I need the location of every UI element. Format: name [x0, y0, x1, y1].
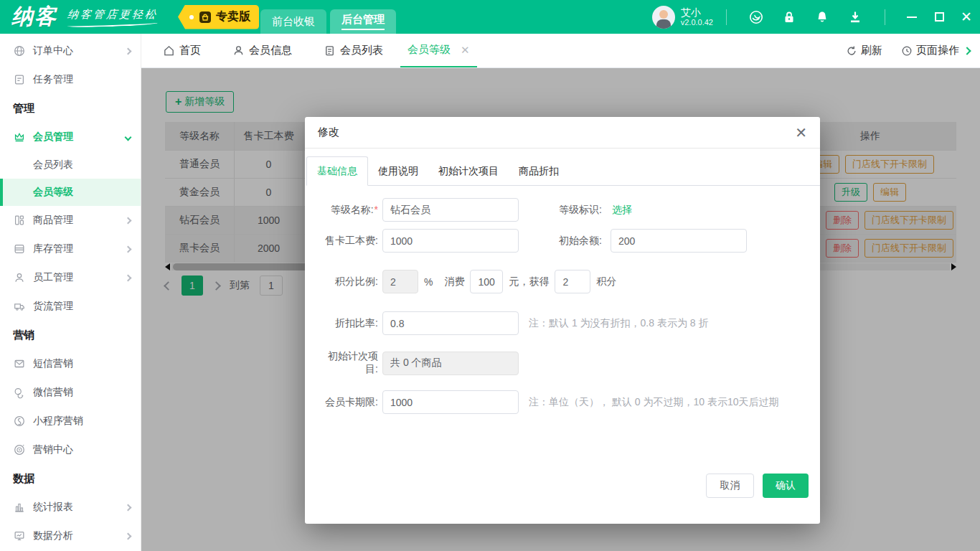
close-dialog-icon[interactable]: ✕ [795, 126, 807, 140]
confirm-button[interactable]: 确认 [763, 474, 809, 498]
chevron-right-icon [125, 47, 132, 55]
app-logo: 纳客 [11, 2, 57, 32]
maximize-button[interactable] [925, 0, 953, 34]
init-balance-label: 初始余额: [550, 235, 602, 248]
avatar [652, 6, 675, 29]
sidebar-item-member-level[interactable]: 会员等级 [0, 179, 141, 206]
download-icon[interactable] [847, 9, 864, 26]
sidebar-item-marketing-center[interactable]: 营销中心 [0, 435, 141, 464]
points-ratio-input [382, 270, 418, 293]
tab-usage-notes[interactable]: 使用说明 [368, 156, 428, 186]
card-fee-input[interactable] [382, 229, 519, 253]
consume-amount-input[interactable] [470, 270, 503, 293]
cancel-button[interactable]: 取消 [706, 474, 754, 498]
sidebar-item-sms-marketing[interactable]: 短信营销 [0, 349, 141, 378]
sidebar-item-member-manage[interactable]: 会员管理 [0, 123, 141, 151]
chevron-down-icon [125, 133, 132, 141]
lock-icon[interactable] [781, 9, 798, 26]
window-controls: ✕ [898, 0, 980, 34]
tabbar-actions: 刷新 页面操作 [846, 44, 970, 57]
discount-rate-input[interactable] [382, 311, 519, 335]
select-badge-link[interactable]: 选择 [612, 204, 632, 217]
analytics-monitor-icon [13, 529, 26, 542]
tab-member-level[interactable]: 会员等级 ✕ [400, 34, 477, 67]
tab-member-list[interactable]: 会员列表 [324, 34, 383, 67]
card-term-label: 会员卡期限: [319, 396, 378, 409]
user-account[interactable]: 艾小 v2.0.0.42 [652, 6, 713, 29]
truck-icon [13, 300, 26, 313]
brand-area: 纳客 纳客管店更轻松 专卖版 [0, 0, 259, 34]
minimize-button[interactable] [898, 0, 925, 34]
sidebar-item-member-list[interactable]: 会员列表 [0, 151, 141, 179]
goods-icon [13, 214, 26, 227]
page-operations-button[interactable]: 页面操作 [901, 44, 970, 57]
chevron-right-icon [125, 217, 132, 224]
percent-sign: % [424, 276, 433, 288]
sidebar-item-miniprogram-marketing[interactable]: 小程序营销 [0, 407, 141, 435]
crown-icon [13, 131, 26, 143]
backstage-manage-tab[interactable]: 后台管理 [330, 9, 396, 34]
badge-dot-icon [189, 15, 194, 19]
sidebar: 订单中心 任务管理 管理 会员管理 会员列表 会员等级 商品管理 库存管理 员 [0, 34, 141, 551]
sidebar-item-statistics-report[interactable]: 统计报表 [0, 493, 141, 522]
sidebar-section-manage: 管理 [0, 94, 141, 123]
init-count-items-input [382, 352, 519, 375]
tab-home[interactable]: 首页 [163, 34, 201, 67]
mail-icon [13, 357, 26, 370]
level-name-label: 等级名称: [331, 204, 374, 215]
edition-badge: 专卖版 [178, 5, 259, 29]
topbar: 纳客 纳客管店更轻松 专卖版 前台收银 后台管理 艾小 [0, 0, 980, 34]
tab-basic-info[interactable]: 基础信息 [306, 156, 368, 186]
front-cashier-tab[interactable]: 前台收银 [260, 9, 326, 34]
bar-chart-icon [13, 501, 26, 514]
app-version: v2.0.0.42 [681, 18, 713, 27]
consume-label: 消费 [444, 276, 464, 288]
points-ratio-label: 积分比例: [319, 276, 378, 288]
user-icon [232, 44, 245, 57]
chevron-right-icon [125, 274, 132, 281]
user-name: 艾小 [681, 6, 713, 18]
sidebar-item-staff-manage[interactable]: 员工管理 [0, 263, 141, 292]
card-term-input[interactable] [382, 390, 519, 414]
init-balance-input[interactable] [611, 229, 747, 253]
dialog-title: 修改 [318, 126, 339, 139]
points-unit-label: 积分 [596, 276, 616, 288]
dialog-footer: 取消 确认 [706, 474, 809, 498]
sidebar-item-data-analysis[interactable]: 数据分析 [0, 522, 141, 550]
page-operations-icon [901, 45, 913, 57]
tab-member-info[interactable]: 会员信息 [232, 34, 292, 67]
target-icon [13, 443, 26, 456]
refresh-icon [846, 45, 857, 57]
sidebar-item-goods-manage[interactable]: 商品管理 [0, 206, 141, 235]
sidebar-item-inventory-manage[interactable]: 库存管理 [0, 235, 141, 263]
page-tabbar: 首页 会员信息 会员列表 会员等级 ✕ 刷新 页面操作 [141, 34, 980, 68]
sidebar-item-wechat-marketing[interactable]: 微信营销 [0, 378, 141, 407]
tab-goods-discount[interactable]: 商品折扣 [509, 156, 569, 186]
sidebar-item-logistics-manage[interactable]: 货流管理 [0, 292, 141, 321]
customer-service-icon[interactable] [748, 9, 765, 26]
refresh-button[interactable]: 刷新 [846, 44, 882, 57]
sidebar-section-marketing: 营销 [0, 321, 141, 349]
gain-label: 元，获得 [509, 276, 549, 288]
sidebar-item-task-manage[interactable]: 任务管理 [0, 65, 141, 94]
chevron-right-icon [125, 245, 132, 253]
notification-bell-icon[interactable] [814, 9, 831, 26]
level-name-input[interactable] [382, 198, 519, 222]
close-tab-icon[interactable]: ✕ [461, 44, 470, 57]
edit-level-dialog: 修改 ✕ 基础信息 使用说明 初始计次项目 商品折扣 等级名称:* 等级标识: … [305, 117, 820, 524]
globe-icon [13, 44, 26, 57]
gain-points-input[interactable] [555, 270, 590, 293]
miniprogram-icon [13, 415, 26, 428]
discount-rate-label: 折扣比率: [319, 317, 378, 330]
card-term-note: 注：单位（天）， 默认 0 为不过期，10 表示10天后过期 [529, 396, 779, 409]
chevron-right-icon [963, 47, 971, 55]
top-nav: 前台收银 后台管理 [260, 9, 396, 34]
discount-note: 注：默认 1 为没有折扣，0.8 表示为 8 折 [529, 317, 708, 330]
chevron-right-icon [125, 504, 132, 511]
chevron-right-icon [125, 532, 132, 540]
divider [885, 9, 885, 25]
tab-initial-count-items[interactable]: 初始计次项目 [428, 156, 509, 186]
topbar-right: 艾小 v2.0.0.42 ✕ [652, 0, 980, 34]
sidebar-item-order-center[interactable]: 订单中心 [0, 37, 141, 65]
close-window-button[interactable]: ✕ [953, 0, 980, 34]
